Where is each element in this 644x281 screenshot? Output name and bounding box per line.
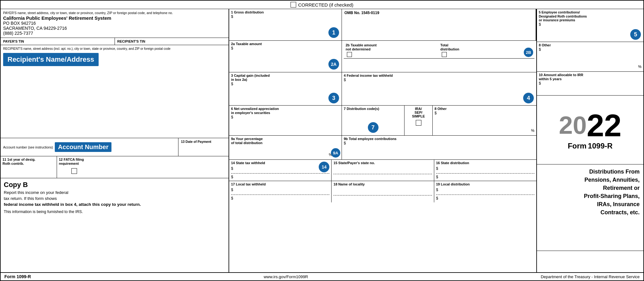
box11-label: 11 1st year of desig. Roth contrib. [3,158,55,166]
box6-dollar: $ [231,115,340,119]
footer-form-label: Form 1099-R [4,274,31,279]
box5-cell: 5 Employee contributions/ Designated Rot… [537,9,643,42]
box8-percent: % [531,128,534,133]
box2b-not-determined: 2b Taxable amount not determined [346,43,438,57]
payer-tin-label: PAYER'S TIN [3,39,112,43]
payer-address1: PO BOX 942716 [3,21,226,26]
account-payment-row: Account number (see instructions) Accoun… [1,138,229,156]
box5-label: 5 Employee contributions/ Designated Rot… [539,10,641,22]
box8-right-cell: 8 Other $ % [537,42,643,72]
copy-b-section: Copy B Report this income on your federa… [1,178,229,272]
box2b-checkbox1[interactable] [347,52,352,57]
account-number-value: Account Number [55,142,111,152]
box8-right-dollar: $ [539,47,641,52]
box7-badge: 7 [368,122,379,133]
box4-badge: 4 [523,93,534,103]
form-1099r: CORRECTED (if checked) PAYER'S name, str… [0,0,644,281]
box2a-cell: 2a Taxable amount $ 2A [229,41,342,72]
box10-cell: 10 Amount allocable to IRR within 5 year… [537,72,643,96]
box19-label: 19 Local distribution [436,182,534,186]
box2a-dollar: $ [231,46,340,50]
box3-dollar: $ [231,82,340,86]
date-of-payment-label: 13 Date of Payment [181,140,226,143]
box18-cell: 18 Name of locality [332,181,434,202]
box6-label: 6 Net unrealized appreciation in employe… [231,107,340,115]
box16-right-spacer [537,230,643,251]
tin-row: PAYER'S TIN RECIPIENT'S TIN [1,38,229,45]
box3-badge: 3 [328,93,339,103]
box16-dollar1: $ [436,166,534,171]
box8-right-percent: % [638,65,641,69]
state-row-17-18-19: 17 Local tax withheld $ $ 18 Name of loc… [229,181,536,202]
box12-cell: 12 FATCA filing requirement [57,156,113,178]
box2a-label: 2a Taxable amount [231,42,340,46]
footer-dept: Department of the Treasury - Internal Re… [541,274,640,279]
box9-row: 9a Your percentage of total distribution… [229,136,536,160]
box3-4-row: 3 Capital gain (included in box 2a) $ 3 … [229,72,536,106]
box2b-inner: 2b Taxable amount not determined Total d… [344,42,534,59]
box1-badge: 1 [328,27,339,38]
box17-cell: 17 Local tax withheld $ $ [229,181,332,202]
corrected-area: CORRECTED (if checked) [291,2,353,8]
payer-info-label: PAYER'S name, street address, city or to… [3,11,226,15]
box8-dollar: $ [435,111,534,115]
right-col: 5 Employee contributions/ Designated Rot… [537,9,643,272]
payer-phone: (888) 225-7377 [3,31,226,36]
form-label: Form [568,142,586,150]
date-payment-cell: 13 Date of Payment [178,138,229,156]
recipient-name-box: Recipient's Name/Address [3,53,99,66]
box19-dollar1: $ [436,188,534,192]
box14-cell: 14 State tax withheld $ $ 14 [229,160,332,181]
box14-dollar2: $ [231,173,329,179]
payer-tin-cell: PAYER'S TIN [1,38,115,45]
box4-dollar: $ [344,78,534,82]
corrected-checkbox[interactable] [291,2,296,8]
ira-checkbox[interactable] [416,120,421,126]
box1-dollar: $ [231,14,340,19]
omb-cell: OMB No. 1545-0119 [342,9,536,40]
box2b-label1: 2b Taxable amount not determined [346,43,438,51]
box9a-label: 9a Your percentage of total distribution [231,137,340,145]
box19-right-spacer [537,251,643,272]
recipient-tin-label: RECIPIENT'S TIN [117,39,226,43]
box2b-cell: 2b Taxable amount not determined Total d… [342,41,536,72]
payer-info: PAYER'S name, street address, city or to… [1,9,229,38]
box1-label: 1 Gross distribution [231,10,340,14]
box2b-checkbox2[interactable] [442,52,447,57]
box7-cell: 7 Distribution code(s) 7 [342,106,404,135]
account-number-label: Account number (see instructions) [3,145,53,149]
box3-cell: 3 Capital gain (included in box 2a) $ 3 [229,72,342,105]
box15-cell: 15 State/Payer's state no. [332,160,434,181]
box14-dollar1: $ [231,166,329,171]
recipient-info: RECIPIENT'S name, street address (incl. … [1,45,229,138]
box16-label: 16 State distribution [436,161,534,165]
year-display: 2022 [559,110,621,141]
box16-cell: 16 State distribution $ $ [434,160,536,181]
box9a-cell: 9a Your percentage of total distribution… [229,136,342,159]
box4-label: 4 Federal income tax withheld [344,74,534,78]
ira-sep-simple-label: IRA/ SEP/ SIMPLE [406,107,430,118]
box2a-row: 2a Taxable amount $ 2A 2b Taxable amount… [229,41,536,72]
box1-omb-row: 1 Gross distribution $ 1 OMB No. 1545-01… [229,9,536,41]
box6-7-row: 6 Net unrealized appreciation in employe… [229,106,536,136]
year-block: 2022 Form 1099-R [537,96,643,164]
box6-cell: 6 Net unrealized appreciation in employe… [229,106,342,135]
box10-label: 10 Amount allocable to IRR within 5 year… [539,73,641,81]
box8-label: 8 Other [435,107,534,111]
form-number: 1099-R [588,142,613,150]
box14-label: 14 State tax withheld [231,161,329,165]
state-row-14-15-16: 14 State tax withheld $ $ 14 15 State/Pa… [229,160,536,181]
fatca-checkbox[interactable] [71,168,77,174]
year-prefix: 20 [559,113,587,138]
box18-label: 18 Name of locality [333,182,432,186]
box10-dollar: $ [539,81,641,86]
corrected-label: CORRECTED (if checked) [298,2,353,8]
box5-dollar: $ [539,22,641,27]
form-number-line: Form 1099-R [568,142,612,150]
description-block: Distributions From Pensions, Annuities, … [537,164,643,230]
footer-url: www.irs.gov/Form1099R [264,274,308,279]
box17-dollar1: $ [231,188,329,192]
box8-cell: 8 Other $ % [433,106,536,135]
form-main: PAYER'S name, street address, city or to… [1,9,643,272]
top-bar: CORRECTED (if checked) [1,1,643,9]
